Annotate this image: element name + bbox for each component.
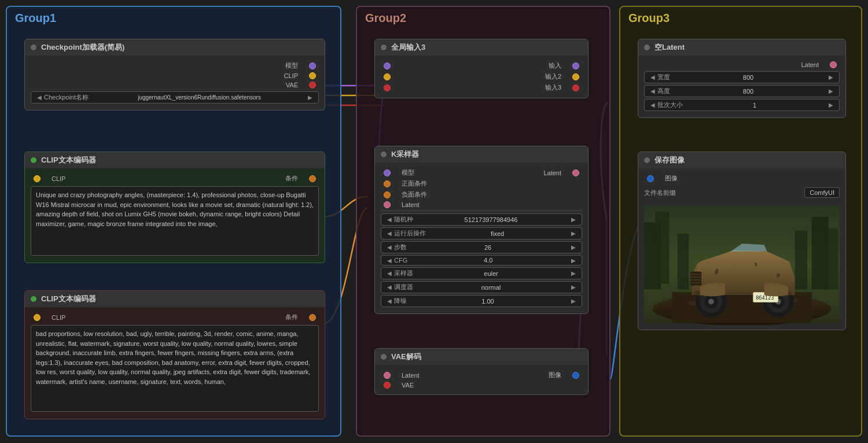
steps-selector[interactable]: ◀ 步数 26 ▶ (381, 241, 582, 253)
clip2-header: CLIP文本编码器 (25, 291, 325, 307)
denoise-left-arrow[interactable]: ◀ (385, 298, 394, 304)
height-left-arrow[interactable]: ◀ (648, 88, 657, 94)
postprocess-left-arrow[interactable]: ◀ (385, 230, 394, 237)
ksampler-header: K采样器 (375, 146, 588, 163)
width-left-arrow[interactable]: ◀ (648, 74, 657, 80)
group2: Group2 全局输入3 输入 (356, 6, 610, 437)
ksampler-latent-row: Latent (381, 200, 582, 209)
ksampler-neg-label: 负面条件 (402, 190, 427, 199)
input1-in-port (384, 62, 391, 69)
ksampler-latent-in-port (384, 201, 391, 208)
denoise-selector[interactable]: ◀ 降噪 1.00 ▶ (381, 295, 582, 307)
empty-latent-header: 空Latent (638, 39, 845, 56)
group3-title: Group3 (620, 7, 861, 29)
global-input-title: 全局输入3 (391, 42, 425, 53)
model-label: 模型 (285, 61, 298, 70)
ksampler-model-row: 模型 Latent (381, 167, 582, 178)
cfg-selector[interactable]: ◀ CFG 4.0 ▶ (381, 255, 582, 265)
seed-value: 512173977984946 (413, 216, 569, 223)
ksampler-body: 模型 Latent 正面条件 负面条件 (375, 163, 588, 313)
steps-label: 步数 (394, 243, 407, 252)
steps-right-arrow[interactable]: ▶ (569, 244, 578, 250)
width-value: 800 (670, 74, 826, 81)
vae-decode-header: VAE解码 (375, 349, 588, 365)
postprocess-selector[interactable]: ◀ 运行后操作 fixed ▶ (381, 227, 582, 239)
save-image-input-row: 图像 (644, 173, 840, 184)
vae-latent-port (384, 372, 391, 379)
width-right-arrow[interactable]: ▶ (826, 74, 836, 80)
steps-left-arrow[interactable]: ◀ (385, 244, 394, 250)
vae-vae-left: VAE (381, 382, 414, 389)
clip-right: CLIP (284, 72, 319, 79)
clip1-in-port (34, 175, 41, 182)
clip2-left-port: CLIP (31, 314, 65, 321)
clip1-left-port: CLIP (31, 175, 65, 182)
selector-left-arrow[interactable]: ◀ (35, 94, 44, 101)
svg-rect-6 (795, 231, 807, 289)
input2-in-port (384, 73, 391, 80)
scheduler-selector[interactable]: ◀ 调度器 normal ▶ (381, 281, 582, 293)
input3-left (381, 84, 393, 91)
seed-left-arrow[interactable]: ◀ (385, 216, 394, 223)
height-right-arrow[interactable]: ▶ (826, 88, 836, 94)
cfg-left-arrow[interactable]: ◀ (385, 257, 394, 264)
clip1-dot (31, 157, 36, 163)
vae-image-out-label: 图像 (549, 371, 561, 379)
width-selector[interactable]: ◀ 宽度 800 ▶ (644, 71, 840, 83)
clip-encoder-2-node: CLIP文本编码器 CLIP 条件 bad proportions, low r… (24, 290, 325, 419)
vae-vae-label: VAE (402, 382, 414, 389)
sampler-selector[interactable]: ◀ 采样器 euler ▶ (381, 267, 582, 279)
postprocess-value: fixed (426, 230, 569, 237)
latent-out-right: Latent (801, 61, 840, 68)
svg-rect-2 (655, 211, 669, 284)
height-value: 800 (670, 88, 826, 95)
selector-right-arrow[interactable]: ▶ (306, 94, 315, 101)
seed-selector[interactable]: ◀ 随机种 512173977984946 ▶ (381, 213, 582, 226)
input1-label: 输入 (549, 61, 561, 70)
vae-latent-label: Latent (402, 372, 420, 379)
ksampler-latent-left: Latent (381, 201, 420, 208)
clip-encoder-1-node: CLIP文本编码器 CLIP 条件 Unique and crazy photo… (24, 152, 325, 263)
vae-decode-dot (381, 354, 387, 360)
group1-title: Group1 (7, 7, 340, 29)
steps-value: 26 (407, 244, 569, 251)
scheduler-value: normal (413, 284, 569, 291)
width-label: 宽度 (657, 73, 670, 82)
latent-out-row: Latent (644, 60, 840, 69)
input1-right: 输入 (549, 61, 582, 70)
save-prefix-value[interactable]: ComfyUI (804, 187, 840, 198)
sampler-right-arrow[interactable]: ▶ (569, 270, 578, 276)
scheduler-right-arrow[interactable]: ▶ (569, 284, 578, 290)
input3-in-port (384, 84, 391, 91)
checkpoint-selector[interactable]: ◀ Checkpoint名称 juggernautXL_version6Rund… (31, 91, 319, 104)
batch-left-arrow[interactable]: ◀ (648, 102, 657, 108)
batch-value: 1 (683, 102, 826, 109)
batch-selector[interactable]: ◀ 批次大小 1 ▶ (644, 99, 840, 111)
model-right: 模型 (285, 61, 319, 70)
ksampler-pos-row: 正面条件 (381, 178, 582, 189)
clip-out-label: CLIP (284, 72, 298, 79)
height-selector[interactable]: ◀ 高度 800 ▶ (644, 85, 840, 97)
cfg-value: 4.0 (407, 257, 569, 264)
svg-rect-5 (678, 234, 689, 290)
vae-vae-row: VAE (381, 381, 582, 390)
vae-image-out-port (572, 372, 579, 379)
postprocess-right-arrow[interactable]: ▶ (569, 230, 578, 237)
canvas: Group1 Checkpoint加载器(简易) 模型 (0, 0, 868, 443)
image-preview-container: 864I23 (644, 204, 840, 325)
ksampler-model-label: 模型 (402, 168, 414, 177)
seed-right-arrow[interactable]: ▶ (569, 216, 578, 223)
input2-right: 输入2 (545, 72, 582, 81)
input2-row: 输入2 (381, 71, 582, 82)
clip2-text[interactable]: bad proportions, low resolution, bad, ug… (31, 325, 319, 412)
clip1-text[interactable]: Unique and crazy photography angles, (ma… (31, 186, 319, 256)
sampler-left-arrow[interactable]: ◀ (385, 270, 394, 276)
cfg-right-arrow[interactable]: ▶ (569, 257, 578, 264)
svg-rect-4 (823, 228, 838, 289)
scheduler-left-arrow[interactable]: ◀ (385, 284, 394, 290)
save-image-title: 保存图像 (654, 155, 685, 165)
clip1-in-label: CLIP (52, 175, 65, 182)
vae-out-label: VAE (286, 82, 298, 88)
denoise-right-arrow[interactable]: ▶ (569, 298, 578, 304)
batch-right-arrow[interactable]: ▶ (826, 102, 836, 108)
